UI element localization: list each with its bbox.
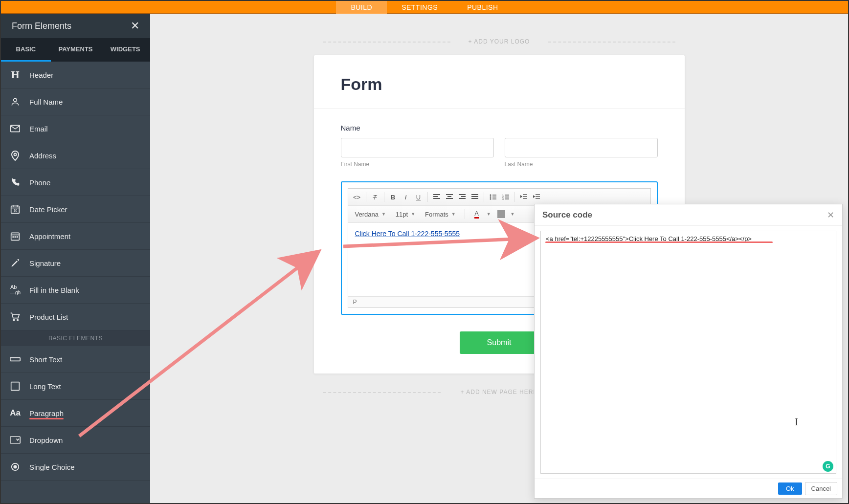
indent-icon[interactable] [531,191,542,203]
cancel-button[interactable]: Cancel [805,482,837,495]
sidebar-item-signature[interactable]: Signature [1,250,150,277]
sidebar-item-fillblank[interactable]: Ab—ghFill in the Blank [1,277,150,304]
sidebar-item-productlist[interactable]: Product List [1,304,150,330]
align-left-icon[interactable] [431,191,443,203]
sidebar-item-label: Header [29,71,53,79]
pen-icon [1,258,29,268]
first-name-sublabel: First Name [341,161,494,168]
sidebar-item-dropdown[interactable]: Dropdown [1,427,150,454]
sidebar-item-label: Short Text [29,355,62,364]
blank-icon: Ab—gh [1,285,29,295]
form-title: Form [341,75,658,94]
clear-format-icon[interactable]: T [369,191,381,203]
ok-button[interactable]: Ok [778,482,802,495]
tab-publish[interactable]: PUBLISH [452,1,513,14]
svg-point-7 [15,237,16,238]
sidebar-item-datepicker[interactable]: 10Date Picker [1,196,150,223]
sidebar-item-label: Phone [29,178,50,187]
tab-settings[interactable]: SETTINGS [387,1,452,14]
svg-point-18 [490,198,491,200]
svg-rect-11 [10,358,20,361]
sidebar-item-longtext[interactable]: Long Text [1,373,150,400]
location-icon [1,150,29,161]
heading-icon: H [1,68,29,81]
svg-point-9 [13,320,15,321]
paragraph-icon: Aa [1,408,29,418]
sidebar-section-basic: BASIC ELEMENTS [1,330,150,346]
shorttext-icon [1,356,29,363]
sidebar-item-address[interactable]: Address [1,142,150,169]
outdent-icon[interactable] [518,191,530,203]
last-name-sublabel: Last Name [505,161,658,168]
add-logo-button[interactable]: + ADD YOUR LOGO [323,38,675,45]
sidebar-header: Form Elements ✕ [1,14,150,38]
italic-icon[interactable]: I [400,191,412,203]
tab-build[interactable]: BUILD [336,1,387,14]
text-color-caret[interactable]: ▼ [487,212,491,217]
align-justify-icon[interactable] [469,191,481,203]
last-name-input[interactable] [505,138,658,157]
svg-point-2 [14,153,17,156]
sidebar-item-label: Single Choice [29,463,75,471]
text-color-icon[interactable]: A [471,208,483,220]
annotation-highlight [29,418,64,419]
svg-point-10 [17,320,19,321]
close-icon[interactable]: ✕ [131,20,139,32]
svg-point-15 [14,465,16,468]
bg-color-caret[interactable]: ▼ [511,212,515,217]
dialog-title: Source code [542,210,592,220]
annotation-underline [545,241,773,243]
source-code-dialog: Source code ✕ G I Ok Cancel [534,204,843,499]
radio-icon [1,462,29,471]
svg-point-17 [490,197,491,198]
sidebar-item-label: Dropdown [29,436,63,444]
sidebar-item-singlechoice[interactable]: Single Choice [1,454,150,481]
sidebar-item-phone[interactable]: Phone [1,169,150,196]
close-icon[interactable]: ✕ [827,210,834,220]
dropdown-icon [1,436,29,444]
sidebar-item-paragraph[interactable]: AaParagraph [1,400,150,427]
cart-icon [1,312,29,322]
bold-icon[interactable]: B [387,191,399,203]
sidebar-item-label: Email [29,125,48,133]
sidebar-tabs: BASIC PAYMENTS WIDGETS [1,38,150,62]
sidebar-item-header[interactable]: HHeader [1,62,150,88]
name-label: Name [341,124,658,132]
phone-icon [1,177,29,187]
sidebar-item-shorttext[interactable]: Short Text [1,346,150,373]
sidebar-item-label: Address [29,152,56,160]
underline-icon[interactable]: U [413,191,424,203]
sidebar-list[interactable]: HHeader Full Name Email Address Phone 10… [1,62,150,503]
svg-point-0 [14,98,17,102]
grammarly-icon[interactable]: G [823,461,833,472]
sidebar-item-appointment[interactable]: Appointment [1,223,150,250]
source-code-textarea[interactable] [540,231,836,474]
sidebar-tab-payments[interactable]: PAYMENTS [51,38,101,62]
tel-link[interactable]: Click Here To Call 1-222-555-5555 [355,230,460,238]
size-select[interactable]: 11pt▼ [393,208,418,220]
longtext-icon [1,381,29,391]
align-right-icon[interactable] [456,191,468,203]
formats-select[interactable]: Formats▼ [422,208,459,220]
svg-text:3: 3 [502,197,504,200]
sidebar-item-label: Appointment [29,232,70,241]
submit-button[interactable]: Submit [460,331,539,354]
sidebar-item-label: Product List [29,313,68,321]
sidebar-item-fullname[interactable]: Full Name [1,88,150,115]
svg-point-16 [490,195,491,196]
bg-color-icon[interactable] [495,208,507,220]
sidebar-item-label: Paragraph [29,409,64,417]
source-code-icon[interactable]: <> [351,191,363,203]
sidebar-tab-widgets[interactable]: WIDGETS [100,38,150,62]
user-icon [1,97,29,107]
sidebar-item-email[interactable]: Email [1,115,150,142]
first-name-input[interactable] [341,138,494,157]
sidebar-item-label: Signature [29,259,61,267]
sidebar-tab-basic[interactable]: BASIC [1,38,51,62]
number-list-icon[interactable]: 123 [500,191,512,203]
align-center-icon[interactable] [444,191,455,203]
bullet-list-icon[interactable] [487,191,499,203]
text-cursor-icon: I [795,416,798,428]
svg-rect-12 [11,382,20,391]
font-select[interactable]: Verdana▼ [352,208,389,220]
